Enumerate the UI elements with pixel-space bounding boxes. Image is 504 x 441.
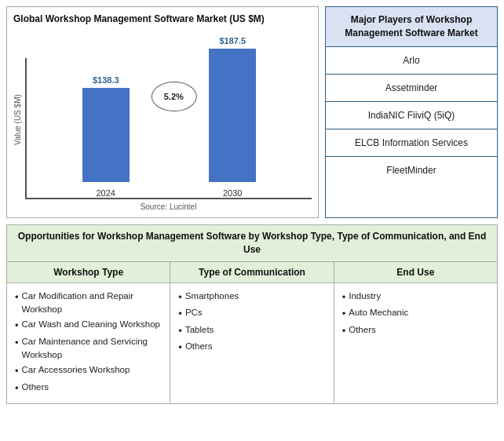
major-players-title: Major Players of Workshop Management Sof…	[326, 7, 497, 47]
list-item: • Industry	[342, 290, 489, 305]
list-item: • Smartphones	[178, 290, 325, 305]
list-item: • Car Accessories Workshop	[15, 363, 162, 379]
list-item: • Car Modification and Repair Workshop	[15, 290, 162, 317]
col-workshop-type: Workshop Type • Car Modification and Rep…	[7, 262, 170, 404]
chart-plot: $138.3 2024 5.2% $187.5 2030	[25, 29, 312, 211]
bar-value-2030: $187.5	[219, 36, 246, 46]
item-text: Others	[185, 340, 213, 353]
bullet-icon: •	[178, 323, 182, 339]
list-item: • Others	[342, 323, 489, 339]
bullet-icon: •	[178, 290, 182, 305]
bullet-icon: •	[342, 323, 346, 339]
bullet-icon: •	[15, 335, 19, 351]
col-communication: Type of Communication • Smartphones • PC…	[170, 262, 334, 404]
col-content-communication: • Smartphones • PCs • Tablets • Others	[170, 283, 333, 363]
bar-2030	[209, 49, 256, 182]
list-item: • Others	[15, 381, 162, 396]
bullet-icon: •	[15, 290, 19, 305]
bar-group-2030: $187.5 2030	[209, 36, 256, 198]
bullet-icon: •	[178, 340, 182, 355]
col-header-end-use: End Use	[334, 262, 497, 283]
list-item: • Car Maintenance and Servicing Workshop	[15, 335, 162, 363]
chart-container: Global Workshop Management Software Mark…	[6, 6, 319, 218]
list-item: • Others	[178, 340, 325, 355]
col-header-communication: Type of Communication	[170, 262, 333, 283]
player-item-indianic: IndiaNIC FiiviQ (5iQ)	[326, 102, 497, 129]
col-content-workshop-type: • Car Modification and Repair Workshop •…	[7, 283, 170, 404]
item-text: Industry	[349, 290, 381, 303]
item-text: PCs	[185, 306, 203, 319]
item-text: Others	[349, 323, 376, 337]
item-text: Others	[22, 381, 49, 394]
item-text: Car Wash and Cleaning Workshop	[22, 318, 160, 331]
bullet-icon: •	[342, 306, 346, 322]
bullet-icon: •	[15, 363, 19, 379]
player-item-arlo: Arlo	[326, 47, 497, 75]
list-item: • Car Wash and Cleaning Workshop	[15, 318, 162, 333]
item-text: Tablets	[185, 323, 214, 337]
top-section: Global Workshop Management Software Mark…	[6, 6, 498, 218]
col-content-end-use: • Industry • Auto Mechanic • Others	[334, 283, 497, 347]
bullet-icon: •	[178, 306, 182, 322]
chart-title: Global Workshop Management Software Mark…	[13, 13, 312, 24]
item-text: Auto Mechanic	[349, 306, 408, 319]
player-item-elcb: ELCB Information Services	[326, 129, 497, 157]
player-item-fleetminder: FleetMinder	[326, 157, 497, 184]
bar-2024	[82, 88, 130, 182]
cagr-bubble: 5.2%	[151, 82, 196, 111]
bottom-section: Opportunities for Workshop Management So…	[6, 224, 498, 404]
bullet-icon: •	[15, 318, 19, 333]
main-container: Global Workshop Management Software Mark…	[0, 0, 504, 410]
bar-label-2024: 2024	[97, 188, 115, 198]
col-header-workshop-type: Workshop Type	[7, 262, 170, 283]
bullet-icon: •	[342, 290, 346, 305]
bar-group-2024: $138.3 2024	[82, 75, 130, 198]
player-item-assetminder: Assetminder	[326, 75, 497, 102]
bottom-columns: Workshop Type • Car Modification and Rep…	[7, 262, 497, 404]
list-item: • Tablets	[178, 323, 325, 339]
y-axis-label: Value (US $M)	[13, 29, 22, 211]
item-text: Car Accessories Workshop	[22, 363, 130, 377]
bullet-icon: •	[15, 381, 19, 396]
major-players-panel: Major Players of Workshop Management Sof…	[325, 6, 498, 218]
bottom-title: Opportunities for Workshop Management So…	[7, 225, 497, 262]
list-item: • PCs	[178, 306, 325, 322]
bar-value-2024: $138.3	[93, 75, 119, 85]
col-end-use: End Use • Industry • Auto Mechanic • Oth…	[334, 262, 497, 404]
chart-inner: Value (US $M) $138.3 2024 5.2%	[13, 29, 312, 211]
item-text: Car Maintenance and Servicing Workshop	[22, 335, 163, 363]
list-item: • Auto Mechanic	[342, 306, 489, 322]
item-text: Car Modification and Repair Workshop	[22, 290, 163, 317]
source-text: Source: Lucintel	[25, 202, 312, 211]
bars-area: $138.3 2024 5.2% $187.5 2030	[25, 58, 312, 199]
item-text: Smartphones	[185, 290, 239, 303]
bar-label-2030: 2030	[223, 188, 242, 198]
